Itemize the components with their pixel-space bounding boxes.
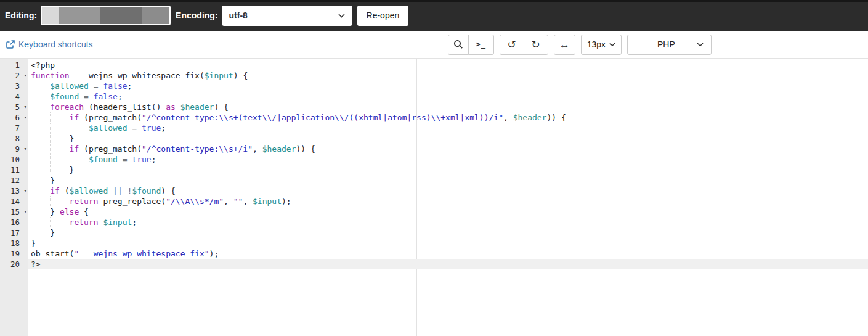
code-line[interactable]: 1<?php [0, 60, 868, 70]
line-number: 14 [0, 196, 28, 207]
search-icon [453, 39, 463, 49]
line-number: 10 [0, 154, 28, 165]
line-number: 18 [0, 238, 28, 248]
keyboard-shortcuts-label: Keyboard shortcuts [18, 39, 93, 49]
line-number: 11 [0, 165, 28, 175]
editor-app: Editing: Encoding: utf-8 Re-open Keyboar… [0, 0, 868, 336]
terminal-button[interactable]: >_ [468, 35, 494, 55]
code-line[interactable]: 9▾if (preg_match("/^content-type:\\s+/i"… [0, 144, 868, 154]
undo-icon: ↺ [508, 39, 516, 50]
chevron-down-icon [338, 14, 345, 18]
line-number: 16 [0, 217, 28, 227]
word-wrap-button[interactable]: ↔ [554, 35, 575, 55]
encoding-select-value: utf-8 [229, 10, 248, 20]
line-number: 5▾ [0, 102, 28, 112]
line-number: 17 [0, 227, 28, 238]
code-text: } else { [28, 207, 868, 217]
code-line[interactable]: 20?> [0, 259, 868, 269]
line-number: 7 [0, 123, 28, 133]
text-cursor [41, 260, 42, 269]
code-line[interactable]: 13▾if ($allowed || !$found) { [0, 186, 868, 196]
code-text: if ($allowed || !$found) { [28, 186, 868, 196]
code-text: if (preg_match("/^content-type:\\s+(text… [28, 112, 868, 123]
undo-redo-group: ↺ ↻ [500, 35, 548, 55]
language-value: PHP [657, 39, 675, 49]
line-number: 20 [0, 259, 28, 269]
code-text: foreach (headers_list() as $header) { [28, 102, 868, 112]
code-text: $found = true; [28, 154, 868, 165]
code-line[interactable]: 12} [0, 175, 868, 186]
line-number: 6▾ [0, 112, 28, 123]
code-line[interactable]: 11} [0, 165, 868, 175]
code-text: function ___wejns_wp_whitespace_fix($inp… [28, 70, 868, 81]
code-line[interactable]: 5▾foreach (headers_list() as $header) { [0, 102, 868, 112]
encoding-label: Encoding: [176, 10, 217, 20]
line-number: 8 [0, 133, 28, 144]
code-line[interactable]: 7$allowed = true; [0, 123, 868, 133]
external-link-icon [6, 40, 15, 49]
code-line[interactable]: 14return preg_replace("/\\A\\s*/m", "", … [0, 196, 868, 207]
redo-button[interactable]: ↻ [524, 35, 548, 55]
code-text: } [28, 133, 868, 144]
redacted-segment [142, 7, 169, 24]
code-line[interactable]: 4$found = false; [0, 91, 868, 102]
code-text: } [28, 227, 868, 238]
line-number: 15▾ [0, 207, 28, 217]
redo-icon: ↻ [532, 39, 540, 50]
word-wrap-icon: ↔ [559, 39, 570, 50]
font-size-select[interactable]: 13px [581, 35, 622, 55]
code-line[interactable]: 15▾} else { [0, 207, 868, 217]
chevron-down-icon [697, 43, 704, 47]
reopen-button[interactable]: Re-open [357, 6, 409, 26]
redacted-segment [59, 7, 100, 24]
code-text: if (preg_match("/^content-type:\\s+/i", … [28, 144, 868, 154]
line-number: 4 [0, 91, 28, 102]
code-line[interactable]: 19ob_start("___wejns_wp_whitespace_fix")… [0, 248, 868, 259]
editing-label: Editing: [5, 10, 37, 20]
line-number: 12 [0, 175, 28, 186]
code-editor[interactable]: 1<?php2▾function ___wejns_wp_whitespace_… [0, 59, 868, 336]
line-number: 9▾ [0, 144, 28, 154]
code-text: $found = false; [28, 91, 868, 102]
code-text: } [28, 165, 868, 175]
terminal-icon: >_ [476, 40, 485, 49]
redacted-segment [100, 7, 142, 24]
code-text: } [28, 238, 868, 248]
fold-arrow-icon[interactable]: ▾ [24, 186, 27, 196]
code-line[interactable]: 6▾if (preg_match("/^content-type:\\s+(te… [0, 112, 868, 123]
encoding-select[interactable]: utf-8 [222, 6, 352, 26]
code-line[interactable]: 18} [0, 238, 868, 248]
code-text: $allowed = true; [28, 123, 868, 133]
code-line[interactable]: 2▾function ___wejns_wp_whitespace_fix($i… [0, 70, 868, 81]
line-number: 13▾ [0, 186, 28, 196]
code-text: ob_start("___wejns_wp_whitespace_fix"); [28, 248, 868, 259]
toolbar-buttons: >_ ↺ ↻ ↔ 13px PHP [448, 35, 712, 55]
search-button[interactable] [448, 35, 469, 55]
redacted-segment [42, 7, 59, 24]
code-line[interactable]: 17} [0, 227, 868, 238]
code-text: } [28, 175, 868, 186]
fold-arrow-icon[interactable]: ▾ [24, 207, 27, 217]
topbar: Editing: Encoding: utf-8 Re-open [0, 0, 868, 31]
code-line[interactable]: 16return $input; [0, 217, 868, 227]
code-line[interactable]: 10$found = true; [0, 154, 868, 165]
font-size-value: 13px [587, 39, 606, 49]
fold-arrow-icon[interactable]: ▾ [24, 70, 27, 81]
code-text: ?> [28, 259, 868, 269]
code-text: return $input; [28, 217, 868, 227]
line-number: 19 [0, 248, 28, 259]
line-number: 2▾ [0, 70, 28, 81]
fold-arrow-icon[interactable]: ▾ [24, 144, 27, 154]
line-number: 3 [0, 81, 28, 91]
language-select[interactable]: PHP [627, 35, 712, 55]
code-text: $allowed = false; [28, 81, 868, 91]
code-lines: 1<?php2▾function ___wejns_wp_whitespace_… [0, 59, 868, 269]
find-group: >_ [448, 35, 494, 55]
code-line[interactable]: 8} [0, 133, 868, 144]
fold-arrow-icon[interactable]: ▾ [24, 102, 27, 112]
fold-arrow-icon[interactable]: ▾ [24, 112, 27, 123]
undo-button[interactable]: ↺ [500, 35, 524, 55]
chevron-down-icon [609, 43, 615, 46]
keyboard-shortcuts-link[interactable]: Keyboard shortcuts [6, 39, 93, 49]
code-line[interactable]: 3$allowed = false; [0, 81, 868, 91]
